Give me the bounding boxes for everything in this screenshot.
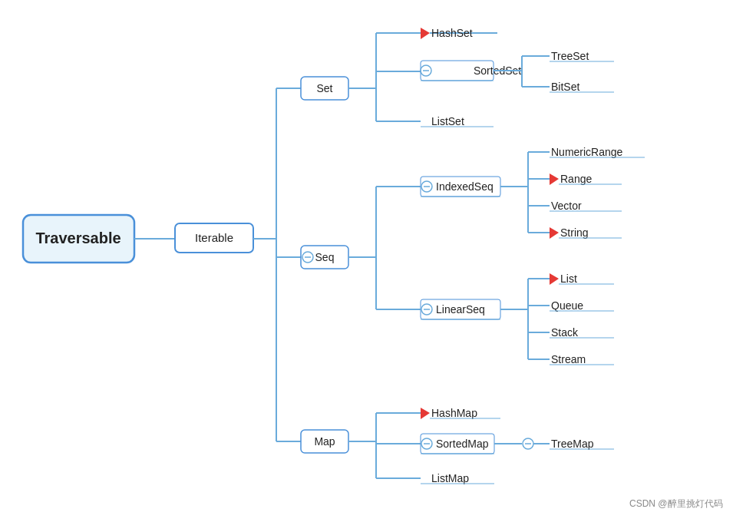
svg-text:BitSet: BitSet bbox=[551, 81, 579, 93]
svg-text:Seq: Seq bbox=[315, 251, 335, 263]
svg-text:ListSet: ListSet bbox=[431, 115, 464, 127]
svg-text:ListMap: ListMap bbox=[431, 472, 469, 484]
svg-text:NumericRange: NumericRange bbox=[551, 146, 623, 158]
svg-text:HashSet: HashSet bbox=[431, 27, 473, 39]
svg-text:LinearSeq: LinearSeq bbox=[436, 303, 485, 316]
svg-text:String: String bbox=[560, 226, 589, 239]
svg-text:TreeSet: TreeSet bbox=[551, 50, 589, 62]
svg-text:IndexedSeq: IndexedSeq bbox=[436, 180, 494, 193]
hierarchy-diagram: Traversable Iterable Set HashSet bbox=[0, 0, 756, 532]
svg-marker-54 bbox=[550, 173, 559, 185]
svg-text:Queue: Queue bbox=[551, 299, 583, 312]
svg-text:HashMap: HashMap bbox=[431, 407, 477, 419]
svg-marker-18 bbox=[421, 28, 430, 39]
svg-text:Iterable: Iterable bbox=[195, 231, 233, 244]
svg-marker-91 bbox=[421, 408, 430, 419]
svg-text:Range: Range bbox=[560, 173, 592, 185]
svg-text:Traversable: Traversable bbox=[35, 230, 120, 246]
svg-text:SortedMap: SortedMap bbox=[436, 438, 489, 450]
svg-text:Stream: Stream bbox=[551, 353, 586, 365]
svg-marker-61 bbox=[550, 227, 559, 239]
svg-text:Stack: Stack bbox=[551, 326, 579, 339]
svg-text:Set: Set bbox=[316, 82, 332, 94]
svg-marker-72 bbox=[550, 273, 559, 285]
svg-text:Vector: Vector bbox=[551, 200, 582, 212]
svg-text:List: List bbox=[560, 273, 577, 285]
svg-text:Map: Map bbox=[314, 435, 335, 448]
watermark-text: CSDN @醉里挑灯代码 bbox=[629, 498, 723, 509]
diagram-container: Traversable Iterable Set HashSet bbox=[0, 0, 756, 532]
svg-text:TreeMap: TreeMap bbox=[551, 438, 594, 450]
